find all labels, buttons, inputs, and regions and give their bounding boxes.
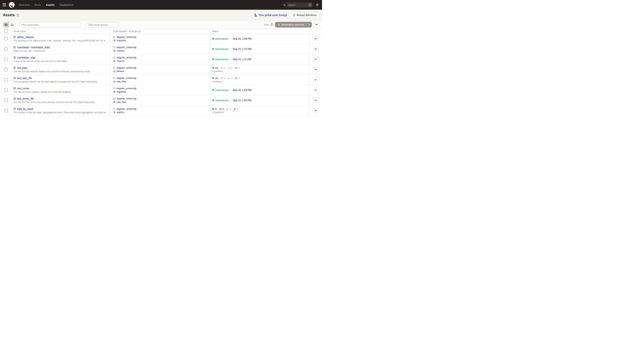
nav-tab-runs[interactable]: Runs	[34, 3, 41, 6]
row-expand-button[interactable]	[313, 36, 318, 41]
code-location-link[interactable]: dagster_university	[117, 36, 136, 38]
row-checkbox[interactable]	[4, 88, 8, 92]
column-header-asset-name: Asset name	[12, 29, 111, 33]
asset-name-link[interactable]: taxi_trips_file	[17, 77, 32, 80]
materialization-timestamp-link[interactable]: Sep 15, 1:11 PM	[233, 58, 251, 61]
materialize-dropdown-caret[interactable]	[306, 22, 312, 27]
row-expand-button[interactable]	[313, 67, 318, 72]
code-location-link[interactable]: dagster_university	[117, 46, 136, 49]
row-expand-button[interactable]	[313, 77, 318, 82]
asset-name-link[interactable]: taxi_trips	[17, 66, 27, 69]
asset-name-link[interactable]: manhattan / manhattan_stats	[17, 46, 50, 49]
table-view-toggle-button[interactable]	[3, 22, 9, 27]
reload-definitions-button[interactable]: Reload definitions	[290, 12, 319, 18]
materialized-partitions-icon	[212, 77, 214, 79]
asset-group-icon	[113, 39, 116, 42]
folder-icon	[113, 98, 116, 100]
filter-asset-keys-input[interactable]	[20, 22, 81, 27]
select-all-checkbox[interactable]	[4, 29, 8, 33]
row-checkbox[interactable]	[4, 37, 8, 40]
code-location-link[interactable]: dagster_university	[117, 77, 136, 79]
materialization-timestamp-link[interactable]: Sep 15, 1:03 PM	[233, 99, 252, 102]
folder-view-toggle-button[interactable]	[9, 22, 15, 27]
code-location-link[interactable]: dagster_university	[117, 66, 136, 69]
row-expand-button[interactable]	[313, 108, 318, 113]
nav-tab-overview[interactable]: Overview	[19, 3, 30, 6]
warning-partitions-icon	[227, 108, 228, 110]
asset-group-icon	[113, 80, 116, 83]
settings-gear-icon[interactable]: ⚙	[316, 3, 319, 7]
row-checkbox[interactable]	[4, 78, 8, 82]
materialized-status-dot	[212, 58, 214, 60]
status-label: Materialized	[215, 99, 228, 102]
warning-partitions-icon	[228, 67, 230, 69]
asset-group-link[interactable]: metrics	[117, 60, 124, 62]
asset-group-link[interactable]: ingested	[117, 90, 126, 93]
code-location-link[interactable]: dagster_university	[117, 108, 136, 110]
asset-group-link[interactable]: raw_files	[117, 101, 126, 103]
more-actions-chevron-button[interactable]	[314, 22, 319, 27]
missing-partitions-icon	[235, 67, 237, 69]
hamburger-menu-icon[interactable]	[2, 3, 6, 6]
refresh-icon[interactable]	[270, 23, 273, 26]
search-input[interactable]	[287, 3, 308, 6]
asset-group-icon	[113, 101, 116, 103]
row-checkbox[interactable]	[4, 47, 8, 51]
page-header: Assets View global asset lineage Reload …	[0, 10, 322, 20]
materialized-partitions-icon	[212, 108, 214, 110]
code-location-link[interactable]: dagster_university	[117, 97, 136, 100]
table-row: adhoc_request The response to an request…	[0, 34, 322, 44]
page-title: Assets	[3, 13, 15, 17]
asset-group-link[interactable]: default	[117, 70, 124, 73]
asset-group-icon	[113, 111, 116, 113]
row-checkbox[interactable]	[4, 99, 8, 102]
asset-table-icon	[14, 46, 16, 48]
asset-group-link[interactable]: requests	[117, 39, 126, 42]
global-search[interactable]: /	[282, 2, 313, 7]
partition-count-label: 3 partitions	[212, 80, 307, 83]
table-view-icon	[5, 23, 8, 26]
materialized-status-dot	[212, 99, 214, 101]
column-header-code-location: Code location / Asset group	[111, 29, 210, 33]
materialization-timestamp-link[interactable]: Sep 15, 1:10 PM	[233, 47, 252, 50]
materialized-partition-count: 8	[215, 108, 217, 110]
asset-group-link[interactable]: metrics	[117, 49, 124, 52]
materialization-timestamp-link[interactable]: Sep 15, 1:09 PM	[233, 37, 252, 40]
failed-partition-count: 0	[224, 77, 225, 80]
row-checkbox[interactable]	[4, 58, 8, 61]
asset-group-link[interactable]: raw_files	[117, 80, 126, 83]
asset-name-link[interactable]: taxi_zones	[17, 87, 29, 90]
failed-partitions-icon	[221, 67, 223, 69]
filter-asset-groups-input[interactable]	[86, 22, 118, 27]
row-expand-button[interactable]	[313, 46, 318, 51]
materialization-timestamp-link[interactable]: Sep 15, 1:03 PM	[233, 89, 252, 91]
asset-name-link[interactable]: taxi_zones_file	[17, 97, 34, 100]
dagster-logo-icon	[9, 2, 15, 8]
row-checkbox[interactable]	[4, 109, 8, 112]
asset-name-link[interactable]: trips_by_week	[17, 108, 33, 110]
materialize-selected-button[interactable]: Materialize selected	[275, 22, 312, 27]
nav-tab-assets[interactable]: Assets	[46, 3, 54, 6]
nav-tab-deployment[interactable]: Deployment	[60, 3, 74, 6]
code-location-link[interactable]: dagster_university	[117, 56, 136, 59]
asset-name-link[interactable]: manhattan_map	[17, 56, 35, 59]
row-expand-button[interactable]	[313, 87, 318, 93]
asset-table-icon	[14, 36, 16, 38]
asset-name-link[interactable]: adhoc_request	[17, 36, 34, 38]
row-expand-button[interactable]	[313, 98, 318, 103]
asset-group-link[interactable]: metrics	[117, 111, 124, 114]
copy-clipboard-icon[interactable]	[16, 14, 19, 16]
view-global-asset-lineage-link[interactable]: View global asset lineage	[254, 14, 287, 16]
failed-partition-count: 4	[223, 108, 224, 110]
code-location-link[interactable]: dagster_university	[117, 87, 136, 90]
column-header-status: Status	[210, 29, 309, 33]
table-row: manhattan / manhattan_stats Metrics on t…	[0, 44, 322, 54]
asset-table-icon	[14, 56, 16, 59]
row-checkbox[interactable]	[4, 68, 8, 71]
missing-partition-count: 0	[238, 77, 240, 80]
table-row: manhattan_map A map of the number of tri…	[0, 54, 322, 64]
top-nav-bar: Overview Runs Assets Deployment / ⚙	[0, 0, 322, 10]
asset-group-icon	[113, 49, 116, 52]
row-expand-button[interactable]	[313, 57, 318, 62]
failed-partition-count: 0	[224, 67, 225, 69]
